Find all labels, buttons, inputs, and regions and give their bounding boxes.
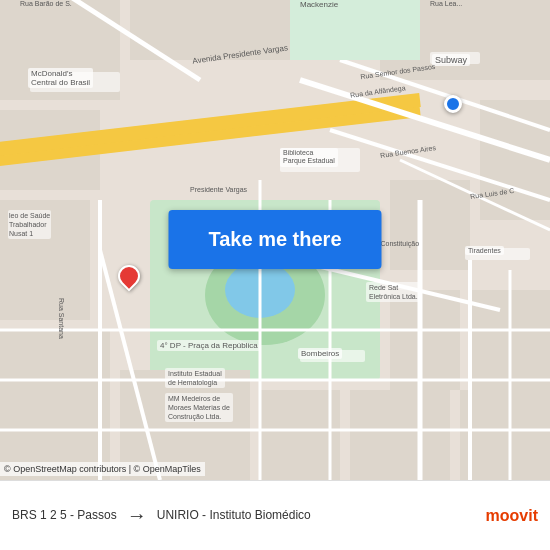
- take-me-there-button[interactable]: Take me there: [168, 210, 381, 269]
- current-location-dot: [444, 95, 462, 113]
- svg-rect-17: [460, 390, 550, 480]
- map-container: Subway McDonald'sCentral do Brasil Bibli…: [0, 0, 550, 480]
- rua-santana-label: Rua Santana: [58, 298, 65, 339]
- biblioteca-label: BibliotecaParque Estadual: [280, 148, 338, 167]
- svg-rect-36: [290, 0, 420, 60]
- mm-medeiros-label: MM Medeiros deMoraes Materias deConstruç…: [165, 393, 233, 422]
- tiradentes-label: Tiradentes: [465, 246, 504, 255]
- 4dp-label: 4° DP - Praça da República: [157, 340, 261, 351]
- mackenzie-label: Mackenzie: [300, 0, 338, 9]
- route-arrow-icon: →: [127, 504, 147, 527]
- svg-rect-11: [260, 390, 340, 480]
- svg-rect-12: [390, 180, 470, 270]
- svg-rect-14: [390, 290, 460, 390]
- map-attribution: © OpenStreetMap contributors | © OpenMap…: [0, 462, 205, 476]
- mcdonalds-label: McDonald'sCentral do Brasil: [28, 68, 93, 88]
- route-from-label: BRS 1 2 5 - Passos: [12, 508, 117, 522]
- bottom-bar: BRS 1 2 5 - Passos → UNIRIO - Instituto …: [0, 480, 550, 550]
- route-to-label: UNIRIO - Instituto Biomédico: [157, 508, 311, 522]
- rua-lea-label: Rua Lea...: [430, 0, 462, 7]
- rua-barao-label: Rua Barão de S.: [20, 0, 72, 7]
- presidente-vargas-label: Presidente Vargas: [190, 186, 247, 193]
- instituto-hematologia-label: Instituto Estadualde Hematologia: [165, 368, 225, 388]
- subway-label: Subway: [432, 54, 470, 66]
- svg-rect-9: [0, 330, 110, 480]
- bombeiros-label: Bombeiros: [298, 348, 342, 359]
- rede-sat-label: Rede SatEletrônica Ltda.: [366, 282, 421, 302]
- moovit-logo: moovit: [486, 507, 538, 525]
- moovit-brand-name: moovit: [486, 507, 538, 525]
- nusat-label: leo de SaúdeTrabalhadorNusat 1: [8, 210, 51, 239]
- svg-rect-16: [350, 390, 450, 480]
